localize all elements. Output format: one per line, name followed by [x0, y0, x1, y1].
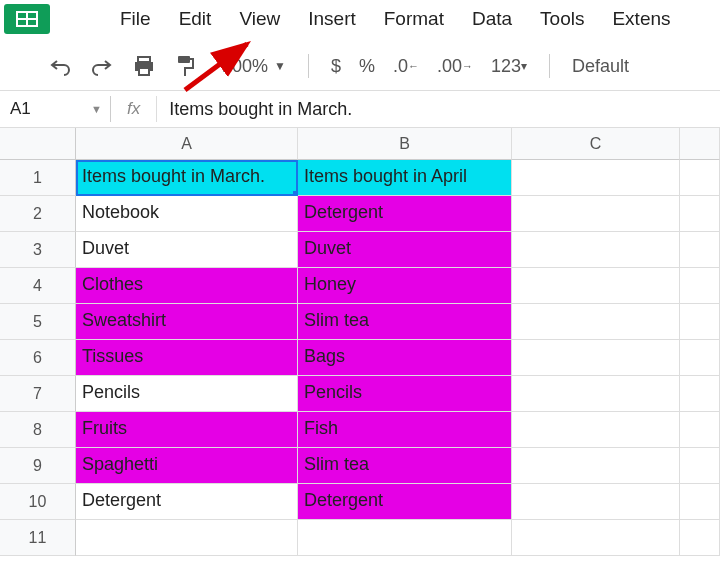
cells: Items bought in March.Items bought in Ap…: [76, 160, 720, 556]
spreadsheet-grid: A B C 1234567891011 Items bought in Marc…: [0, 128, 720, 556]
menu-extensions[interactable]: Extens: [610, 4, 672, 34]
cell[interactable]: Slim tea: [298, 448, 512, 484]
percent-format-button[interactable]: %: [359, 56, 375, 77]
cell[interactable]: [512, 268, 680, 304]
table-row: PencilsPencils: [76, 376, 720, 412]
cell[interactable]: Spaghetti: [76, 448, 298, 484]
cell[interactable]: Honey: [298, 268, 512, 304]
menu-insert[interactable]: Insert: [306, 4, 358, 34]
menu-tools[interactable]: Tools: [538, 4, 586, 34]
cell[interactable]: [512, 412, 680, 448]
font-dropdown[interactable]: Default: [572, 56, 629, 77]
cell[interactable]: Tissues: [76, 340, 298, 376]
cell[interactable]: [512, 448, 680, 484]
cell[interactable]: [512, 520, 680, 556]
cell[interactable]: [512, 376, 680, 412]
table-row: SweatshirtSlim tea: [76, 304, 720, 340]
cell[interactable]: [680, 340, 720, 376]
cell[interactable]: Pencils: [298, 376, 512, 412]
cell[interactable]: Fish: [298, 412, 512, 448]
cell[interactable]: [680, 448, 720, 484]
currency-format-button[interactable]: $: [331, 56, 341, 77]
cell[interactable]: Items bought in April: [298, 160, 512, 196]
cell[interactable]: Duvet: [76, 232, 298, 268]
cell[interactable]: Slim tea: [298, 304, 512, 340]
select-all-corner[interactable]: [0, 128, 76, 160]
cell[interactable]: [680, 196, 720, 232]
cell[interactable]: Items bought in March.: [76, 160, 298, 196]
row-header[interactable]: 5: [0, 304, 76, 340]
cell[interactable]: [680, 484, 720, 520]
print-icon[interactable]: [132, 55, 156, 77]
cell[interactable]: [512, 340, 680, 376]
column-header-c[interactable]: C: [512, 128, 680, 160]
cell[interactable]: Pencils: [76, 376, 298, 412]
chevron-down-icon: ▼: [274, 59, 286, 73]
cell[interactable]: [680, 520, 720, 556]
cell[interactable]: Detergent: [76, 484, 298, 520]
cell[interactable]: [680, 160, 720, 196]
paint-format-icon[interactable]: [174, 54, 196, 78]
redo-icon[interactable]: [90, 56, 114, 76]
cell[interactable]: [512, 304, 680, 340]
cell[interactable]: [680, 412, 720, 448]
chevron-down-icon: ▼: [91, 103, 102, 115]
cell[interactable]: Fruits: [76, 412, 298, 448]
decrease-decimal-button[interactable]: .0←: [393, 56, 419, 77]
row-header[interactable]: 3: [0, 232, 76, 268]
row-header[interactable]: 7: [0, 376, 76, 412]
cell[interactable]: [680, 268, 720, 304]
table-row: TissuesBags: [76, 340, 720, 376]
column-header-d[interactable]: [680, 128, 720, 160]
active-cell-ref: A1: [10, 99, 31, 119]
row-header[interactable]: 8: [0, 412, 76, 448]
cell[interactable]: [512, 196, 680, 232]
cell[interactable]: [298, 520, 512, 556]
menu-format[interactable]: Format: [382, 4, 446, 34]
column-header-a[interactable]: A: [76, 128, 298, 160]
cell[interactable]: [680, 376, 720, 412]
cell[interactable]: Detergent: [298, 484, 512, 520]
row-header[interactable]: 1: [0, 160, 76, 196]
row-header[interactable]: 9: [0, 448, 76, 484]
table-row: SpaghettiSlim tea: [76, 448, 720, 484]
zoom-dropdown[interactable]: 100% ▼: [222, 56, 286, 77]
cell[interactable]: Sweatshirt: [76, 304, 298, 340]
svg-rect-4: [178, 56, 190, 63]
menu-edit[interactable]: Edit: [177, 4, 214, 34]
table-row: ClothesHoney: [76, 268, 720, 304]
cell[interactable]: Notebook: [76, 196, 298, 232]
row-header[interactable]: 4: [0, 268, 76, 304]
row-header[interactable]: 6: [0, 340, 76, 376]
cell[interactable]: [512, 232, 680, 268]
menu-file[interactable]: File: [118, 4, 153, 34]
cell[interactable]: Clothes: [76, 268, 298, 304]
menu-bar: File Edit View Insert Format Data Tools …: [118, 4, 673, 34]
cell[interactable]: Bags: [298, 340, 512, 376]
cell[interactable]: Duvet: [298, 232, 512, 268]
cell[interactable]: Detergent: [298, 196, 512, 232]
row-header[interactable]: 11: [0, 520, 76, 556]
row-header[interactable]: 10: [0, 484, 76, 520]
divider: [110, 96, 111, 122]
cell[interactable]: [512, 160, 680, 196]
undo-icon[interactable]: [48, 56, 72, 76]
cell[interactable]: [512, 484, 680, 520]
sheets-logo-icon[interactable]: [4, 4, 50, 34]
name-box[interactable]: A1 ▼: [0, 99, 110, 119]
fx-label-icon: fx: [127, 99, 140, 119]
column-header-b[interactable]: B: [298, 128, 512, 160]
cell[interactable]: [680, 304, 720, 340]
chevron-down-icon: ▾: [521, 59, 527, 73]
row-header[interactable]: 2: [0, 196, 76, 232]
toolbar-divider: [549, 54, 550, 78]
menu-data[interactable]: Data: [470, 4, 514, 34]
menu-view[interactable]: View: [237, 4, 282, 34]
cell[interactable]: [680, 232, 720, 268]
toolbar: 100% ▼ $ % .0← .00→ 123 ▾ Default: [0, 42, 720, 90]
row-headers: 1234567891011: [0, 160, 76, 556]
number-format-dropdown[interactable]: 123 ▾: [491, 56, 527, 77]
formula-input[interactable]: Items bought in March.: [157, 99, 720, 120]
increase-decimal-button[interactable]: .00→: [437, 56, 473, 77]
cell[interactable]: [76, 520, 298, 556]
